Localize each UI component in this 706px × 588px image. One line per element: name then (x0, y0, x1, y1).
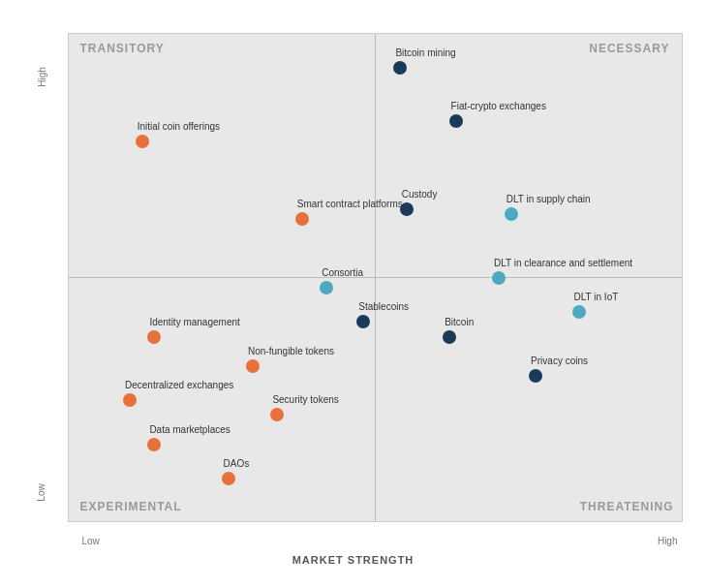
label-consortia: Consortia (322, 267, 363, 278)
label-fiat-crypto-exchanges: Fiat-crypto exchanges (451, 101, 546, 111)
label-identity-management: Identity management (149, 317, 239, 327)
chart-wrapper: INDUSTRY ADOPTION High Low MARKET STRENG… (15, 14, 692, 575)
label-stablecoins: Stablecoins (358, 301, 409, 312)
dot-dlt-iot (572, 305, 586, 319)
dot-consortia (320, 281, 333, 294)
x-axis-low: Low (82, 536, 100, 546)
dot-fiat-crypto-exchanges (449, 114, 463, 128)
x-axis-high: High (658, 536, 678, 546)
dot-dlt-supply-chain (505, 207, 518, 221)
dot-bitcoin (443, 330, 456, 344)
quadrant-bottom-right (375, 277, 682, 521)
quadrant-top-left (69, 34, 376, 278)
quadrant-label-transitory: TRANSITORY (80, 42, 165, 55)
dot-non-fungible-tokens (246, 359, 260, 373)
dot-daos (222, 472, 235, 485)
dot-data-marketplaces (147, 438, 161, 451)
dot-privacy-coins (529, 369, 542, 383)
quadrant-top-right (375, 34, 682, 278)
dot-bitcoin-mining (393, 61, 407, 75)
plot-area: TRANSITORY NECESSARY EXPERIMENTAL THREAT… (68, 33, 683, 522)
label-decentralized-exchanges: Decentralized exchanges (125, 380, 233, 390)
label-smart-contract-platforms: Smart contract platforms (297, 199, 403, 209)
label-custody: Custody (402, 189, 438, 200)
label-dlt-iot: DLT in IoT (574, 292, 619, 302)
label-dlt-supply-chain: DLT in supply chain (506, 194, 591, 204)
label-bitcoin-mining: Bitcoin mining (395, 47, 455, 58)
label-non-fungible-tokens: Non-fungible tokens (248, 346, 334, 356)
y-axis-high: High (36, 67, 46, 87)
label-privacy-coins: Privacy coins (531, 356, 588, 366)
dot-stablecoins (356, 315, 370, 328)
dot-decentralized-exchanges (123, 393, 137, 407)
label-dlt-clearance: DLT in clearance and settlement (494, 258, 632, 268)
label-security-tokens: Security tokens (272, 394, 338, 405)
label-bitcoin: Bitcoin (445, 317, 474, 327)
y-axis-low: Low (35, 483, 46, 501)
dot-initial-coin-offerings (136, 135, 149, 148)
dot-dlt-clearance (492, 271, 506, 285)
label-initial-coin-offerings: Initial coin offerings (138, 121, 220, 132)
dot-identity-management (147, 330, 161, 344)
label-data-marketplaces: Data marketplaces (149, 424, 230, 435)
vertical-divider (375, 34, 376, 521)
label-daos: DAOs (224, 458, 250, 469)
dot-security-tokens (270, 408, 284, 421)
quadrant-label-necessary: NECESSARY (589, 42, 669, 55)
quadrant-label-experimental: EXPERIMENTAL (80, 500, 182, 513)
dot-smart-contract-platforms (295, 212, 309, 226)
x-axis-label: MARKET STRENGTH (292, 554, 414, 566)
quadrant-label-threatening: THREATENING (580, 500, 674, 513)
